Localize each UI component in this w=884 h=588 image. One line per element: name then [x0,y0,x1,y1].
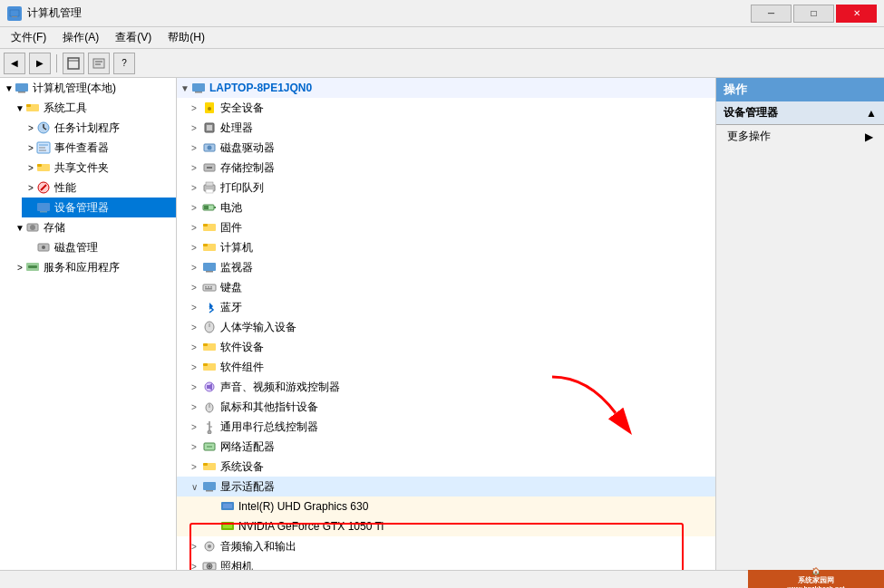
tree-shared-folders[interactable]: > 共享文件夹 [22,158,176,178]
app-icon [7,6,22,21]
perf-label: 性能 [54,180,76,196]
svg-rect-45 [204,206,209,209]
system-tools-label: 系统工具 [44,101,87,116]
softcomp-expand: > [191,362,202,372]
audioio-label: 音频输入和输出 [220,539,296,554]
device-item-print[interactable]: > 打印队列 [177,178,715,198]
device-item-audio[interactable]: > 声音、视频和游戏控制器 [177,377,715,397]
monitor-expand: > [191,263,202,273]
svg-rect-53 [205,286,207,288]
svg-rect-51 [206,271,213,273]
softdev-expand: > [191,342,202,352]
menu-help[interactable]: 帮助(H) [160,28,212,47]
svg-rect-0 [10,10,19,16]
shared-arrow: > [25,163,36,173]
device-item-soft-dev[interactable]: > 软件设备 [177,337,715,357]
tree-disk-mgmt[interactable]: 磁盘管理 [22,237,176,257]
svg-point-27 [42,246,45,249]
forward-button[interactable]: ▶ [29,53,51,74]
softdev-icon [202,340,217,354]
device-item-disk[interactable]: > 磁盘驱动器 [177,138,715,158]
tree-task-scheduler[interactable]: > 任务计划程序 [22,118,176,138]
close-button[interactable]: ✕ [836,5,877,23]
cam-label: 照相机 [220,559,253,571]
svg-rect-50 [203,263,216,271]
device-item-camera[interactable]: > 照相机 [177,556,715,570]
main-layout: ▼ 计算机管理(本地) ▼ 系统工具 > 任务计划程序 > [0,78,884,570]
back-button[interactable]: ◀ [4,53,25,74]
device-item-keyboard[interactable]: > 键盘 [177,277,715,297]
tree-performance[interactable]: > 性能 [22,178,176,198]
security-icon [202,101,217,115]
menu-action[interactable]: 操作(A) [55,28,106,47]
laptop-icon [191,81,206,95]
display-adapter-label: 显示适配器 [220,479,275,495]
maximize-button[interactable]: □ [793,5,834,23]
proc-label: 处理器 [220,120,253,136]
window-title: 计算机管理 [27,5,82,21]
disk-icon [36,240,51,255]
mouse-label: 鼠标和其他指针设备 [220,400,318,415]
device-root[interactable]: ▼ LAPTOP-8PE1JQN0 [177,78,715,98]
device-item-usb[interactable]: > 通用串行总线控制器 [177,417,715,437]
svg-rect-49 [203,244,208,246]
device-item-intel-gpu[interactable]: Intel(R) UHD Graphics 630 [177,496,715,516]
menu-file[interactable]: 文件(F) [4,28,53,47]
device-item-bluetooth[interactable]: > 蓝牙 [177,297,715,317]
tree-system-tools[interactable]: ▼ 系统工具 [11,98,176,118]
menu-bar: 文件(F) 操作(A) 查看(V) 帮助(H) [0,27,884,49]
menu-view[interactable]: 查看(V) [108,28,159,47]
device-item-firmware[interactable]: > 固件 [177,217,715,237]
security-expand: > [191,103,202,113]
svg-point-33 [208,107,211,111]
title-bar: 计算机管理 ─ □ ✕ [0,0,884,27]
device-item-processor[interactable]: > 处理器 [177,118,715,138]
intel-gpu-label: Intel(R) UHD Graphics 630 [238,500,368,513]
svg-point-25 [30,225,35,230]
device-item-nvidia-gpu[interactable]: NVIDIA GeForce GTX 1050 Ti [177,516,715,536]
action-section-arrow: ▲ [866,107,877,120]
svg-rect-60 [203,343,208,346]
root-expand: ▼ [180,83,191,93]
device-item-storage-ctrl[interactable]: > 存储控制器 [177,158,715,178]
comp-expand: > [191,243,202,253]
event-label: 事件查看器 [54,140,109,156]
device-item-network[interactable]: > 网络适配器 [177,437,715,457]
svg-rect-47 [203,224,208,227]
bt-icon [202,300,217,314]
help-button[interactable]: ? [113,53,135,74]
show-hide-button[interactable] [63,53,84,74]
tree-services[interactable]: > 服务和应用程序 [11,257,176,277]
device-item-computer[interactable]: > 计算机 [177,237,715,257]
minimize-button[interactable]: ─ [751,5,792,23]
device-item-battery[interactable]: > 电池 [177,198,715,217]
device-item-system[interactable]: > 系统设备 [177,457,715,477]
tree-root[interactable]: ▼ 计算机管理(本地) [0,78,176,98]
device-item-soft-comp[interactable]: > 软件组件 [177,357,715,377]
tree-event-viewer[interactable]: > 事件查看器 [22,138,176,158]
more-ops-arrow: ▶ [865,130,873,143]
disk-label: 磁盘管理 [54,240,98,255]
svg-rect-79 [223,524,232,528]
device-item-monitor[interactable]: > 监视器 [177,257,715,277]
device-item-display-adapter[interactable]: ∨ 显示适配器 [177,477,715,496]
action-more-ops[interactable]: 更多操作 ▶ [716,125,884,148]
tree-device-manager[interactable]: 设备管理器 [22,198,176,217]
proc-expand: > [191,123,202,133]
svg-rect-22 [37,203,50,211]
status-bar: 🏠 系统家园网 www.hnzkhosb.net [0,570,884,588]
device-item-hid[interactable]: > 人体学输入设备 [177,317,715,337]
svg-rect-29 [28,265,37,268]
action-section-devmgr[interactable]: 设备管理器 ▲ [716,101,884,125]
tree-storage[interactable]: ▼ 存储 [11,217,176,237]
usb-icon [202,419,217,434]
device-item-security[interactable]: > 安全设备 [177,98,715,118]
device-item-audio-io[interactable]: > 音频输入和输出 [177,536,715,556]
svg-point-84 [209,565,211,568]
device-item-mouse[interactable]: > 鼠标和其他指针设备 [177,397,715,417]
svg-rect-62 [203,363,208,366]
svg-rect-35 [207,125,212,130]
storagectrl-expand: > [191,163,202,173]
nvidia-gpu-icon [220,519,235,534]
properties-button[interactable] [88,53,110,74]
